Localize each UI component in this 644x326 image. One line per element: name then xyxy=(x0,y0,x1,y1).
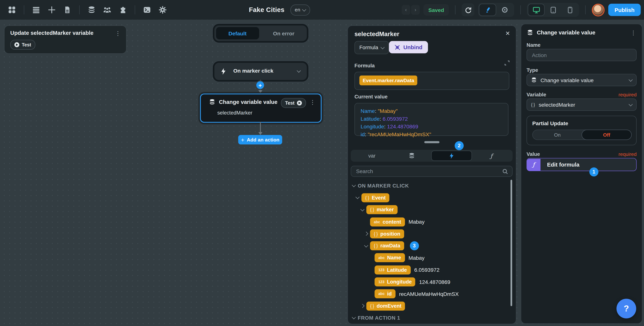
required-badge: required xyxy=(618,92,637,98)
tree-node-chip[interactable]: { }marker xyxy=(366,205,398,214)
toggle-off[interactable]: Off xyxy=(582,130,631,139)
kebab-menu-icon[interactable]: ⋮ xyxy=(115,30,121,36)
redo-forward-button[interactable]: › xyxy=(411,5,420,15)
annotation-badge-2: 2 xyxy=(454,141,464,150)
tab-on-error[interactable]: On error xyxy=(262,27,305,39)
tab-formulas[interactable]: ƒ xyxy=(472,151,512,160)
toggle-on[interactable]: On xyxy=(533,130,582,139)
tree-item-row[interactable]: { }domEvent xyxy=(348,300,516,312)
tree-item-row[interactable]: { }position xyxy=(348,228,516,240)
tree-node-chip[interactable]: { }domEvent xyxy=(366,302,405,311)
undo-back-button[interactable]: ‹ xyxy=(402,5,410,15)
tree-section-row[interactable]: ON MARKER CLICK xyxy=(348,180,516,192)
edit-formula-button[interactable]: ƒ Edit formula xyxy=(526,158,637,171)
chevron-down-icon[interactable] xyxy=(365,244,370,247)
tree-node-chip[interactable]: abcName xyxy=(375,253,405,262)
tab-data-icon[interactable] xyxy=(392,151,432,160)
add-action-button[interactable]: + Add an action xyxy=(238,135,282,144)
tree-node-label: Longitude xyxy=(387,279,412,285)
tree-item-row[interactable]: 123Latitude6.0593972 xyxy=(348,264,516,276)
chevron-down-icon[interactable] xyxy=(297,68,301,73)
chevron-down-icon[interactable] xyxy=(352,317,358,319)
node-test-button[interactable]: Test xyxy=(281,98,306,108)
tab-events[interactable] xyxy=(432,151,472,160)
tree-node-label: Event xyxy=(372,195,386,201)
sync-icon[interactable] xyxy=(462,3,474,16)
workflow-card[interactable]: Update selectedMarker variable ⋮ Test xyxy=(4,25,126,54)
database-icon xyxy=(209,99,215,105)
desktop-icon[interactable] xyxy=(528,4,544,15)
tab-variables[interactable]: var xyxy=(352,151,392,160)
workflow-canvas[interactable]: Update selectedMarker variable ⋮ Test De… xyxy=(0,20,644,326)
tree-item-row[interactable]: { }marker xyxy=(348,204,516,216)
bolt-icon xyxy=(450,153,454,159)
preview-eye-icon[interactable] xyxy=(496,4,513,15)
apps-icon[interactable] xyxy=(6,4,18,16)
layers-icon[interactable] xyxy=(30,4,42,16)
kebab-menu-icon[interactable]: ⋮ xyxy=(310,99,316,105)
tree-item-row[interactable]: abcresultundefined xyxy=(348,324,516,324)
name-field[interactable] xyxy=(531,51,632,58)
tree-node-chip[interactable]: abcid xyxy=(375,289,396,298)
saved-status-button[interactable]: Saved xyxy=(423,4,449,15)
device-toggle xyxy=(527,3,579,17)
action-node-selected[interactable]: Change variable value Test ⋮ selectedMar… xyxy=(200,94,322,123)
tree-node-label: id xyxy=(387,291,392,297)
tree-section-row[interactable]: FROM ACTION 1 xyxy=(348,312,516,324)
tree-node-chip[interactable]: { }position xyxy=(370,229,404,238)
close-icon[interactable]: ✕ xyxy=(505,30,510,36)
tree-node-chip[interactable]: abccontent xyxy=(370,217,405,226)
plugin-icon[interactable] xyxy=(117,4,129,16)
connector-arrow xyxy=(258,90,262,93)
variable-value: selectedMarker xyxy=(539,102,626,108)
tree-item-row[interactable]: 123Longitude124.4870869 xyxy=(348,276,516,288)
kebab-menu-icon[interactable]: ⋮ xyxy=(630,30,636,36)
tree-node-value: 124.4870869 xyxy=(419,279,450,285)
formula-token[interactable]: Event.marker.rawData xyxy=(360,75,418,85)
tab-default[interactable]: Default xyxy=(216,27,259,39)
tree-node-chip[interactable]: { }rawData xyxy=(370,241,404,250)
tree-item-row[interactable]: abcidrecAMUeMaHwHqDmSX xyxy=(348,288,516,300)
avatar[interactable] xyxy=(592,3,605,16)
tree-item-row[interactable]: abcNameMabay xyxy=(348,252,516,264)
unbind-button[interactable]: Unbind xyxy=(389,41,428,53)
terminal-icon[interactable] xyxy=(141,4,153,16)
page-icon[interactable] xyxy=(61,4,74,16)
divider xyxy=(135,5,135,14)
publish-button[interactable]: Publish xyxy=(608,4,641,16)
plus-icon[interactable] xyxy=(46,4,58,16)
users-icon[interactable] xyxy=(101,4,113,16)
tree-item-row[interactable]: abccontentMabay xyxy=(348,216,516,228)
tree-item-row[interactable]: { }rawData3 xyxy=(348,240,516,252)
mobile-icon[interactable] xyxy=(562,4,578,15)
test-button[interactable]: Test xyxy=(10,40,35,50)
tablet-icon[interactable] xyxy=(545,4,561,15)
tree-node-chip[interactable]: { }Event xyxy=(361,193,389,202)
type-select[interactable]: Change variable value xyxy=(526,74,637,86)
chevron-right-icon[interactable] xyxy=(365,232,370,235)
chevron-down-icon[interactable] xyxy=(352,184,358,187)
gear-icon[interactable] xyxy=(156,4,169,16)
current-value-line: Longitude: 124.4870869 xyxy=(360,123,508,131)
database-icon[interactable] xyxy=(86,4,98,16)
resize-handle[interactable] xyxy=(424,141,440,143)
tree-node-chip[interactable]: 123Longitude xyxy=(375,277,416,286)
expand-icon[interactable] xyxy=(504,60,510,66)
chevron-down-icon[interactable] xyxy=(361,208,366,211)
chevron-down-icon[interactable] xyxy=(356,196,362,199)
chevron-right-icon[interactable] xyxy=(361,305,366,307)
locale-selector[interactable]: en xyxy=(290,4,310,15)
edit-pen-icon[interactable] xyxy=(479,4,496,15)
search-input[interactable] xyxy=(355,168,502,175)
add-step-plus-button[interactable]: + xyxy=(256,81,264,89)
help-button[interactable]: ? xyxy=(616,299,636,318)
binding-type-dropdown[interactable]: Formula xyxy=(354,41,389,54)
trigger-node[interactable]: On marker click xyxy=(214,63,307,80)
divider xyxy=(79,5,80,14)
scrollbar[interactable] xyxy=(510,180,512,306)
tree-node-chip[interactable]: 123Latitude xyxy=(375,265,410,274)
tree-node-label: marker xyxy=(377,207,394,213)
formula-editor[interactable]: Event.marker.rawData xyxy=(354,72,509,90)
variable-select[interactable]: { } selectedMarker xyxy=(526,98,637,111)
tree-item-row[interactable]: { }Event xyxy=(348,192,516,204)
